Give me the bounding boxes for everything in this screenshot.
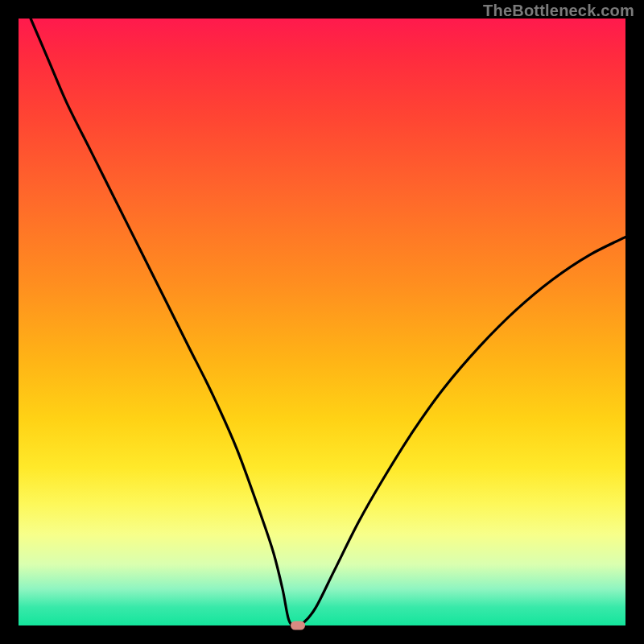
plot-area bbox=[19, 19, 625, 625]
chart-frame: TheBottleneck.com bbox=[0, 0, 644, 644]
optimal-point-marker bbox=[291, 621, 305, 630]
watermark-text: TheBottleneck.com bbox=[483, 2, 634, 20]
bottleneck-curve bbox=[19, 19, 625, 625]
